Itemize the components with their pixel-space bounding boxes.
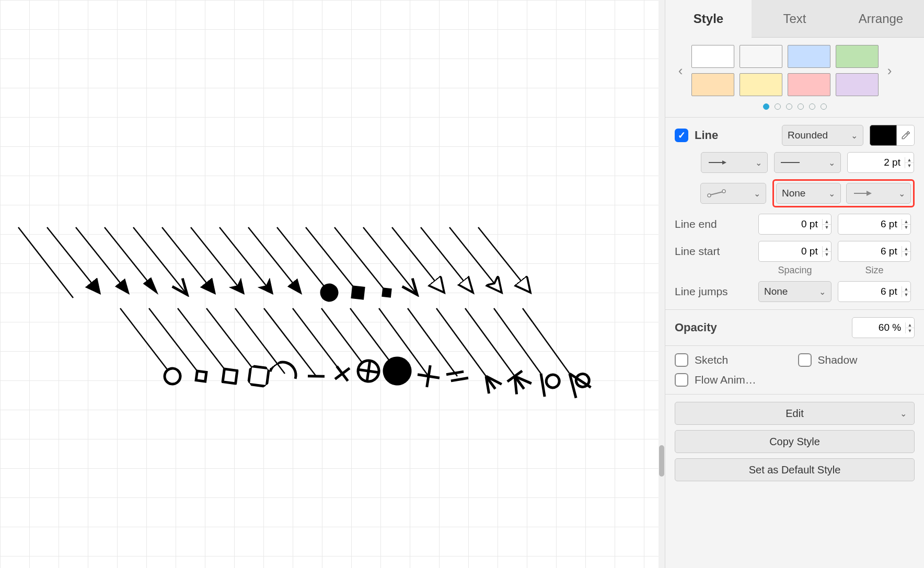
stepper[interactable]: ▲▼ (822, 219, 831, 230)
copy-style-button[interactable]: Copy Style (675, 430, 915, 453)
line-dash-select[interactable]: ⌄ (774, 152, 841, 173)
line-style-select[interactable]: Rounded ⌄ (782, 125, 863, 146)
svg-line-56 (494, 308, 541, 374)
eyedropper-icon[interactable] (897, 125, 915, 146)
svg-line-45 (178, 308, 230, 376)
flow-anim-label: Flow Anim… (695, 374, 756, 386)
edit-button[interactable]: Edit ⌄ (675, 402, 915, 425)
scrollbar-thumb[interactable] (659, 445, 664, 477)
svg-line-55 (465, 308, 515, 376)
svg-line-34 (248, 227, 301, 293)
diagram-arrows[interactable] (0, 0, 659, 568)
svg-line-26 (18, 227, 73, 298)
options-section: Sketch Shadow Flow Anim… (665, 346, 924, 395)
svg-line-38 (363, 227, 415, 293)
line-jumps-size-input[interactable]: ▲▼ (838, 281, 911, 302)
opacity-value[interactable] (852, 322, 905, 333)
svg-line-29 (105, 227, 157, 293)
set-default-style-button[interactable]: Set as Default Style (675, 458, 915, 481)
svg-line-54 (436, 308, 486, 376)
chevron-down-icon: ⌄ (898, 189, 905, 199)
swatch[interactable] (836, 73, 879, 96)
line-end-spacing-input[interactable]: ▲▼ (758, 214, 831, 235)
tab-text[interactable]: Text (752, 0, 838, 38)
spacing-sublabel: Spacing (758, 265, 831, 276)
pager-dot[interactable] (821, 103, 827, 110)
line-start-spacing-input[interactable]: ▲▼ (758, 241, 831, 262)
line-end-label: Line end (675, 218, 752, 230)
swatch-prev-icon[interactable]: ‹ (675, 60, 686, 81)
stepper[interactable]: ▲▼ (905, 157, 914, 168)
sketch-checkbox[interactable] (675, 353, 688, 367)
svg-line-27 (47, 227, 99, 293)
swatch-next-icon[interactable]: › (884, 60, 895, 81)
arrow-start-select[interactable]: None ⌄ (776, 183, 841, 204)
pager-dot[interactable] (786, 103, 792, 110)
line-start-size-input[interactable]: ▲▼ (838, 241, 911, 262)
swatch[interactable] (788, 73, 830, 96)
pager-dot[interactable] (775, 103, 781, 110)
svg-line-44 (149, 308, 201, 376)
pager-dot[interactable] (809, 103, 815, 110)
svg-line-35 (277, 227, 329, 293)
line-start-size-value[interactable] (838, 246, 902, 257)
svg-line-40 (421, 227, 473, 293)
svg-line-30 (133, 227, 186, 293)
swatch[interactable] (836, 45, 879, 68)
edit-button-label: Edit (786, 408, 803, 420)
format-sidebar: Style Text Arrange ‹ › (665, 0, 924, 568)
tab-style[interactable]: Style (665, 0, 752, 38)
svg-line-41 (449, 227, 502, 293)
color-swatches-section: ‹ › (665, 38, 924, 118)
swatch[interactable] (740, 45, 782, 68)
pager-dot[interactable] (763, 103, 769, 110)
line-label: Line (695, 129, 776, 142)
line-width-value[interactable] (848, 157, 905, 168)
stepper[interactable]: ▲▼ (822, 246, 831, 257)
arrow-ends-highlight: None ⌄ ⌄ (772, 179, 915, 207)
svg-line-43 (120, 308, 172, 376)
arrow-end-select[interactable]: ⌄ (846, 183, 911, 204)
line-start-spacing-value[interactable] (759, 246, 822, 257)
line-end-size-input[interactable]: ▲▼ (838, 214, 911, 235)
line-color-chip[interactable] (870, 125, 897, 146)
shadow-checkbox[interactable] (798, 353, 812, 367)
swatch[interactable] (691, 73, 734, 96)
shadow-label: Shadow (818, 354, 858, 366)
line-jumps-size-value[interactable] (838, 286, 902, 297)
waypoint-select[interactable]: ⌄ (700, 183, 766, 204)
swatch[interactable] (691, 45, 734, 68)
sidebar-tabs: Style Text Arrange (665, 0, 924, 38)
line-jumps-select[interactable]: None ⌄ (758, 281, 831, 302)
line-width-input[interactable]: ▲▼ (847, 152, 914, 173)
stepper[interactable]: ▲▼ (902, 246, 910, 257)
flow-anim-checkbox[interactable] (675, 373, 688, 387)
svg-line-50 (321, 308, 368, 371)
svg-line-31 (162, 227, 214, 293)
stepper[interactable]: ▲▼ (902, 286, 910, 297)
stepper[interactable]: ▲▼ (905, 322, 914, 333)
line-section: Line Rounded ⌄ ⌄ ⌄ (665, 118, 924, 310)
chevron-down-icon: ⌄ (819, 287, 826, 297)
opacity-input[interactable]: ▲▼ (852, 317, 915, 338)
line-jumps-label: Line jumps (675, 285, 752, 298)
line-end-spacing-value[interactable] (759, 218, 822, 230)
svg-line-46 (206, 308, 259, 376)
stepper[interactable]: ▲▼ (902, 219, 910, 230)
pager-dot[interactable] (798, 103, 804, 110)
line-end-size-value[interactable] (838, 218, 902, 230)
vertical-scrollbar[interactable] (659, 0, 665, 568)
tab-arrange[interactable]: Arrange (838, 0, 924, 38)
arrow-start-value: None (782, 188, 805, 199)
svg-line-32 (191, 227, 243, 293)
swatch[interactable] (740, 73, 782, 96)
swatch[interactable] (788, 45, 830, 68)
svg-line-37 (334, 227, 387, 293)
svg-line-61 (710, 192, 723, 195)
chevron-down-icon: ⌄ (900, 409, 907, 419)
chevron-down-icon: ⌄ (851, 131, 858, 141)
svg-line-33 (220, 227, 272, 293)
canvas[interactable] (0, 0, 659, 568)
arrow-direction-select[interactable]: ⌄ (701, 152, 768, 173)
line-checkbox[interactable] (675, 129, 688, 142)
